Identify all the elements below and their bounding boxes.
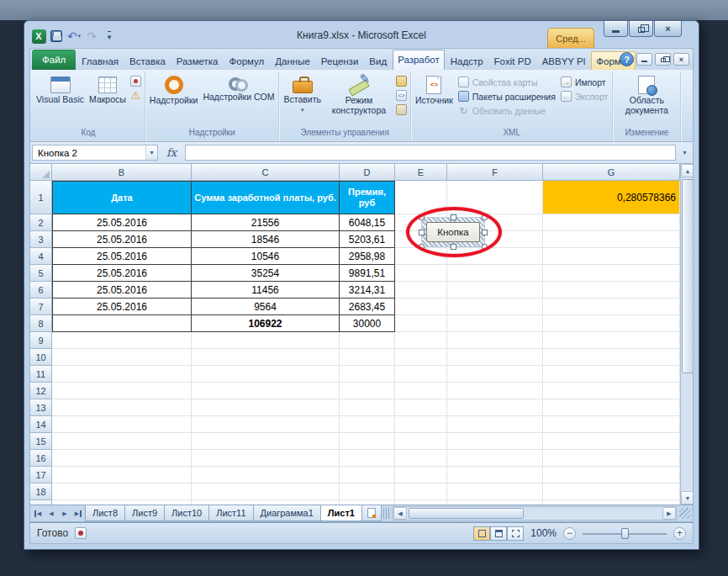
tab-view[interactable]: Вид: [364, 51, 392, 70]
cell-b7[interactable]: 25.05.2016: [52, 299, 192, 315]
cell-e4[interactable]: [395, 248, 447, 265]
close-button[interactable]: ×: [654, 21, 682, 37]
cell-f19[interactable]: [447, 500, 543, 505]
sheet-nav-next-button[interactable]: ▶: [58, 506, 71, 521]
cell-d17[interactable]: [340, 467, 395, 484]
sheet-tab-2[interactable]: Лист9: [124, 505, 165, 521]
cell-e1[interactable]: [395, 181, 447, 214]
cell-d7[interactable]: 2683,45: [340, 299, 395, 315]
view-code-icon[interactable]: <>: [396, 90, 407, 101]
cell-b18[interactable]: [52, 484, 192, 500]
cell-g11[interactable]: [543, 366, 680, 383]
cell-d19[interactable]: [340, 500, 395, 505]
row-header-5[interactable]: 5: [30, 265, 52, 282]
cell-e11[interactable]: [395, 366, 447, 383]
xml-source-button[interactable]: <> Источник: [413, 72, 456, 126]
cell-d13[interactable]: [340, 399, 395, 416]
scroll-left-icon[interactable]: ◀: [393, 507, 407, 520]
tab-page-layout[interactable]: Разметка: [171, 51, 224, 70]
tab-foxit-pdf[interactable]: Foxit PD: [489, 51, 536, 70]
cell-f6[interactable]: [447, 282, 543, 299]
selection-handle-n[interactable]: [451, 214, 456, 220]
cell-e18[interactable]: [395, 484, 447, 500]
sheet-nav-first-button[interactable]: ◀: [31, 506, 45, 521]
sheet-tab-5[interactable]: Диаграмма1: [253, 505, 321, 521]
row-header-13[interactable]: 13: [30, 399, 52, 416]
record-macro-icon[interactable]: [130, 76, 141, 87]
row-header-4[interactable]: 4: [30, 248, 52, 265]
row-header-12[interactable]: 12: [30, 383, 52, 399]
cell-d1[interactable]: Премия, руб: [340, 181, 395, 214]
tab-review[interactable]: Рецензи: [316, 51, 363, 70]
row-header-15[interactable]: 15: [30, 433, 52, 450]
cell-c7[interactable]: 9564: [192, 299, 340, 315]
selection-handle-e[interactable]: [482, 230, 488, 235]
row-header-1[interactable]: 1: [30, 181, 52, 214]
tab-data[interactable]: Данные: [270, 51, 315, 70]
cell-f13[interactable]: [447, 399, 543, 416]
cell-b5[interactable]: 25.05.2016: [52, 265, 192, 282]
selection-handle-nw[interactable]: [419, 214, 425, 220]
cell-d4[interactable]: 2958,98: [340, 248, 395, 265]
column-header-b[interactable]: B: [52, 164, 192, 181]
zoom-in-button[interactable]: +: [673, 527, 686, 540]
column-header-e[interactable]: E: [395, 164, 447, 181]
cell-e10[interactable]: [395, 349, 447, 366]
cell-f9[interactable]: [447, 332, 543, 349]
horizontal-scroll-thumb[interactable]: [409, 508, 524, 519]
cell-g19[interactable]: [543, 500, 680, 505]
cell-c8[interactable]: 106922: [192, 315, 340, 332]
selection-handle-sw[interactable]: [419, 244, 425, 250]
control-properties-icon[interactable]: [396, 76, 407, 87]
cell-g14[interactable]: [543, 416, 680, 433]
run-dialog-icon[interactable]: [396, 104, 407, 115]
horizontal-scroll-track[interactable]: [407, 507, 662, 520]
row-header-17[interactable]: 17: [30, 467, 52, 484]
vertical-scroll-thumb[interactable]: [682, 179, 694, 373]
cell-c10[interactable]: [192, 349, 340, 366]
cell-d16[interactable]: [340, 450, 395, 467]
cell-c3[interactable]: 18546: [192, 231, 340, 248]
cell-f16[interactable]: [447, 450, 543, 467]
cell-g4[interactable]: [543, 248, 680, 265]
selection-handle-s[interactable]: [451, 244, 456, 250]
sheet-nav-last-button[interactable]: ▶: [71, 506, 85, 521]
cell-c1[interactable]: Сумма заработной платы, руб.: [192, 181, 340, 214]
insert-controls-button[interactable]: Вставить ▾: [281, 72, 324, 126]
name-box-dropdown-icon[interactable]: ▾: [145, 145, 157, 160]
cell-f12[interactable]: [447, 383, 543, 399]
cell-d10[interactable]: [340, 349, 395, 366]
cell-b4[interactable]: 25.05.2016: [52, 248, 192, 265]
cell-b11[interactable]: [52, 366, 192, 383]
selection-handle-ne[interactable]: [482, 214, 488, 220]
zoom-out-button[interactable]: −: [563, 527, 576, 540]
save-button[interactable]: [49, 29, 64, 44]
cell-d6[interactable]: 3214,31: [340, 282, 395, 299]
cell-f17[interactable]: [447, 467, 543, 484]
view-page-layout-button[interactable]: [490, 526, 507, 541]
cell-g16[interactable]: [543, 450, 680, 467]
cell-c17[interactable]: [192, 467, 340, 484]
redo-button[interactable]: ↷: [84, 29, 99, 44]
cell-d9[interactable]: [340, 332, 395, 349]
selection-handle-se[interactable]: [482, 244, 488, 250]
cell-c15[interactable]: [192, 433, 340, 450]
visual-basic-button[interactable]: Visual Basic: [34, 72, 87, 126]
cell-d8[interactable]: 30000: [340, 315, 395, 332]
selection-handle-w[interactable]: [419, 230, 425, 235]
cell-g12[interactable]: [543, 383, 680, 399]
cell-f11[interactable]: [447, 366, 543, 383]
vertical-scrollbar[interactable]: ▲ ▼: [680, 164, 694, 505]
cell-e12[interactable]: [395, 383, 447, 399]
cell-g17[interactable]: [543, 467, 680, 484]
sheet-nav-prev-button[interactable]: ◀: [45, 506, 58, 521]
cell-f8[interactable]: [447, 315, 543, 332]
cell-b17[interactable]: [52, 467, 192, 484]
view-normal-button[interactable]: [473, 526, 490, 541]
cell-e17[interactable]: [395, 467, 447, 484]
cell-d3[interactable]: 5203,61: [340, 231, 395, 248]
cell-d15[interactable]: [340, 433, 395, 450]
minimize-button[interactable]: [604, 21, 628, 37]
column-header-g[interactable]: G: [543, 164, 680, 181]
cell-b9[interactable]: [52, 332, 192, 349]
